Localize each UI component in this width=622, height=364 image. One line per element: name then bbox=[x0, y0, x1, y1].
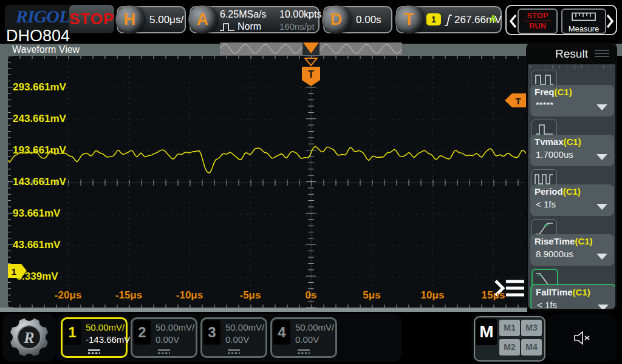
channel-number: 4 bbox=[273, 320, 290, 345]
measurement-item-period[interactable]: Period(C1) < 1fs bbox=[528, 168, 617, 218]
trigger-position-letter: T bbox=[308, 69, 315, 80]
measurement-card[interactable]: Tvmax(C1) 1.7000us bbox=[530, 135, 614, 166]
v-axis-label: -6.339mV bbox=[13, 271, 58, 283]
t-axis-label: -10μs bbox=[176, 289, 203, 302]
measure-button[interactable]: Measure bbox=[561, 8, 606, 34]
measurement-item-falltime[interactable]: FallTime(C1) < 1fs bbox=[528, 268, 617, 311]
trigger-button[interactable]: T 1 267.66mV A bbox=[396, 6, 502, 33]
acquire-knob[interactable]: A bbox=[188, 5, 217, 34]
channel-scale: 50.00mV/ bbox=[86, 322, 125, 332]
rigol-logo: RIGOL bbox=[16, 6, 69, 27]
ruler-icon bbox=[572, 12, 596, 21]
trigger-position-marker[interactable]: T bbox=[302, 58, 320, 86]
t-axis-label: 0s bbox=[306, 289, 317, 302]
tab-waveform-view[interactable]: Waveform View bbox=[12, 44, 80, 55]
measurement-item-risetime[interactable]: RiseTime(C1) 8.9000us bbox=[528, 218, 617, 268]
acquire-button[interactable]: A 6.25MSa/s Norm 10.00kpts 160ns/pt bbox=[190, 6, 320, 33]
v-axis-label: 143.661mV bbox=[13, 176, 66, 188]
expand-arrow-icon[interactable] bbox=[596, 104, 607, 110]
channel-offset: 0.00V bbox=[295, 334, 319, 345]
measurement-item-tvmax[interactable]: Tvmax(C1) 1.7000us bbox=[528, 118, 617, 168]
horizontal-position-scrollbar[interactable] bbox=[220, 42, 402, 55]
delay-button[interactable]: D 0.00s bbox=[323, 6, 392, 33]
result-panel-grip-icon[interactable] bbox=[595, 50, 609, 58]
result-panel: Result Freq(C1) ***** Tvmax(C1) 1.7000us bbox=[526, 42, 617, 311]
horizontal-scale-button[interactable]: H 5.00μs/ bbox=[117, 6, 186, 33]
channel3-button[interactable]: 3 50.00mV/ 0.00V bbox=[200, 317, 267, 358]
math-slot-m3[interactable]: M3 bbox=[521, 320, 542, 336]
t-axis-label: -20μs bbox=[55, 289, 81, 302]
speaker-muted-icon bbox=[573, 330, 593, 346]
measure-label: Measure bbox=[562, 24, 605, 33]
delay-value: 0.00s bbox=[356, 14, 381, 26]
measurement-source: (C1) bbox=[564, 136, 581, 147]
measurement-name: Tvmax bbox=[535, 136, 564, 147]
dc-coupling-icon bbox=[157, 349, 171, 354]
acquisition-status-badge: STOP bbox=[69, 5, 114, 33]
channel-scale: 50.00mV/ bbox=[295, 322, 334, 332]
channel-number: 3 bbox=[203, 320, 220, 345]
pulse-icon bbox=[219, 22, 235, 32]
model-label: DHO804 bbox=[6, 27, 70, 46]
toolbar-nav-group: STOP RUN Measure bbox=[505, 5, 617, 35]
t-axis-label: 15μs bbox=[482, 289, 505, 302]
measurement-card[interactable]: Period(C1) < 1fs bbox=[530, 184, 614, 216]
rigol-gear-icon: R bbox=[6, 314, 52, 360]
math-slot-m4[interactable]: M4 bbox=[521, 339, 542, 356]
channel-offset: 0.00V bbox=[156, 334, 179, 345]
dc-coupling-icon bbox=[227, 349, 241, 354]
plot-frame-left bbox=[0, 56, 8, 312]
sample-interval: 160ns/pt bbox=[279, 21, 315, 32]
trigger-knob[interactable]: T bbox=[395, 5, 423, 34]
stop-label: STOP bbox=[524, 11, 552, 21]
top-bar: RIGOL STOP H 5.00μs/ A 6.25MSa/s Norm 10… bbox=[0, 0, 622, 44]
measurement-source: (C1) bbox=[575, 236, 592, 246]
measurement-source: (C1) bbox=[555, 87, 572, 97]
measurement-value: 8.9000us bbox=[536, 249, 573, 259]
run-label: RUN bbox=[519, 21, 556, 30]
scrollbar-preview-wave bbox=[220, 42, 402, 55]
channel-offset: -143.66mV bbox=[86, 334, 130, 345]
measurement-item-freq[interactable]: Freq(C1) ***** bbox=[528, 69, 617, 118]
sample-rate: 6.25MSa/s bbox=[220, 9, 266, 20]
channel4-button[interactable]: 4 50.00mV/ 0.00V bbox=[270, 317, 337, 358]
toolbar-next-icon[interactable] bbox=[606, 14, 614, 29]
trigger-level-marker[interactable]: T bbox=[505, 93, 527, 107]
stop-run-button[interactable]: STOP RUN bbox=[518, 8, 558, 34]
t-axis-label: -5μs bbox=[240, 289, 261, 302]
channel2-button[interactable]: 2 50.00mV/ 0.00V bbox=[131, 317, 197, 358]
t-axis-label: -15μs bbox=[115, 289, 142, 302]
math-slot-m1[interactable]: M1 bbox=[499, 320, 520, 336]
measurement-name: FallTime bbox=[536, 287, 573, 297]
measurement-card[interactable]: FallTime(C1) < 1fs bbox=[530, 284, 617, 311]
measurement-value: < 1fs bbox=[537, 300, 557, 310]
math-dock: M M1 M3 M2 M4 bbox=[471, 314, 545, 362]
measurement-value: ***** bbox=[536, 99, 553, 110]
expand-arrow-icon[interactable] bbox=[596, 154, 607, 160]
expand-arrow-icon[interactable] bbox=[596, 254, 607, 260]
channel1-button[interactable]: 1 50.00mV/ -143.66mV bbox=[61, 317, 128, 358]
svg-text:R: R bbox=[23, 329, 34, 346]
mute-button[interactable] bbox=[548, 314, 617, 362]
v-axis-label: 243.661mV bbox=[13, 113, 66, 125]
channel-scale: 50.00mV/ bbox=[156, 322, 194, 332]
measurement-card[interactable]: RiseTime(C1) 8.9000us bbox=[530, 234, 614, 266]
delay-knob[interactable]: D bbox=[322, 5, 350, 34]
dc-coupling-icon bbox=[87, 349, 101, 354]
rigol-menu-button[interactable]: R bbox=[2, 314, 56, 362]
toolbar-prev-icon[interactable] bbox=[509, 14, 518, 29]
measurement-card[interactable]: Freq(C1) ***** bbox=[530, 85, 614, 116]
expand-arrow-icon[interactable] bbox=[598, 305, 609, 311]
trigger-source-badge: 1 bbox=[426, 13, 441, 25]
expand-arrow-icon[interactable] bbox=[596, 204, 607, 210]
measurement-source: (C1) bbox=[563, 186, 581, 197]
result-panel-header[interactable]: Result bbox=[528, 44, 615, 64]
v-axis-label: 93.661mV bbox=[13, 207, 60, 220]
acquire-mode: Norm bbox=[238, 21, 261, 32]
v-axis-label: 293.661mV bbox=[13, 81, 66, 93]
horizontal-knob[interactable]: H bbox=[115, 5, 144, 34]
v-axis-label: 193.661mV bbox=[13, 144, 66, 157]
math-slot-m2[interactable]: M2 bbox=[499, 339, 520, 356]
math-button[interactable]: M M1 M3 M2 M4 bbox=[474, 316, 545, 362]
measurement-name: RiseTime bbox=[535, 236, 575, 246]
